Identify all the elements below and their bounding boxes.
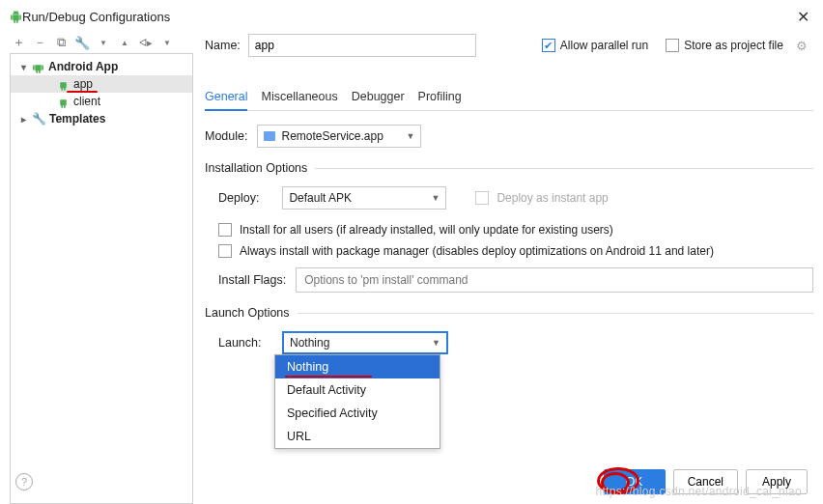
android-icon (57, 78, 70, 91)
module-folder-icon (264, 131, 275, 141)
chevron-down-icon: ▼ (407, 131, 415, 141)
tree-root-label: Android App (48, 60, 118, 73)
tab-misc[interactable]: Miscellaneous (261, 86, 337, 110)
store-project-label: Store as project file (684, 39, 783, 52)
checkbox-empty-icon (218, 223, 232, 237)
pkg-mgr-checkbox[interactable]: Always install with package manager (dis… (218, 244, 813, 258)
install-flags-label: Install Flags: (218, 273, 286, 287)
checkbox-empty-icon (666, 39, 679, 52)
check-icon: ✔ (542, 39, 555, 52)
window-title: Run/Debug Configurations (22, 10, 797, 24)
android-icon (10, 11, 22, 23)
android-icon (32, 61, 44, 73)
tree-root-android-app[interactable]: ▾ Android App (11, 58, 192, 75)
tab-profiling[interactable]: Profiling (418, 86, 462, 110)
launch-option-specified[interactable]: Specified Activity (275, 402, 440, 425)
deploy-value: Default APK (289, 191, 352, 205)
launch-dropdown-list: Nothing Default Activity Specified Activ… (274, 354, 440, 449)
expand-icon[interactable]: ▼ (160, 36, 174, 49)
gear-icon[interactable]: ⚙ (796, 39, 808, 53)
deploy-row: Deploy: Default APK ▼ Deploy as instant … (218, 186, 813, 210)
launch-label: Launch: (218, 336, 265, 350)
tree-item-label: app (73, 77, 93, 91)
module-row: Module: RemoteService.app ▼ (205, 125, 813, 148)
pkg-mgr-label: Always install with package manager (dis… (240, 244, 714, 258)
ok-button[interactable]: OK (604, 469, 666, 494)
config-tree: ▾ Android App app client ▸ 🔧 Templates (10, 53, 193, 504)
help-icon[interactable]: ? (15, 473, 33, 490)
install-flags-input[interactable] (296, 267, 813, 293)
tree-item-app[interactable]: app (11, 75, 192, 93)
launch-section-header: Launch Options (205, 306, 813, 320)
module-value: RemoteService.app (281, 129, 383, 143)
sort-icon[interactable]: ᐊ▸ (139, 36, 153, 49)
store-project-checkbox[interactable]: Store as project file (666, 39, 783, 52)
install-all-users-checkbox[interactable]: Install for all users (if already instal… (218, 223, 813, 237)
tree-item-label: client (73, 95, 100, 108)
name-label: Name: (205, 39, 241, 52)
wrench-icon[interactable]: 🔧 (75, 36, 89, 49)
launch-row: Launch: Nothing ▼ Nothing Default Activi… (218, 331, 813, 354)
launch-option-url[interactable]: URL (275, 425, 440, 448)
remove-icon[interactable]: － (33, 36, 46, 49)
chevron-down-icon: ▼ (432, 338, 440, 348)
close-icon[interactable]: ✕ (797, 8, 809, 26)
chevron-right-icon: ▸ (18, 114, 28, 125)
deploy-dropdown[interactable]: Default APK ▼ (282, 186, 446, 210)
config-toolbar: ＋ － ⧉ 🔧 ▼ ▲ ᐊ▸ ▼ (10, 32, 193, 53)
annotation-underline (285, 376, 372, 378)
launch-option-default[interactable]: Default Activity (275, 378, 440, 402)
chevron-down-icon: ▾ (18, 62, 28, 72)
instant-app-checkbox: Deploy as instant app (475, 191, 608, 205)
checkbox-empty-icon (475, 191, 489, 205)
name-row: Name: ✔ Allow parallel run Store as proj… (205, 34, 813, 57)
launch-value: Nothing (290, 336, 329, 350)
allow-parallel-label: Allow parallel run (560, 39, 648, 52)
launch-option-nothing[interactable]: Nothing (275, 355, 440, 378)
add-icon[interactable]: ＋ (12, 36, 25, 49)
name-input[interactable] (248, 34, 476, 57)
tree-templates-label: Templates (49, 112, 105, 126)
titlebar: Run/Debug Configurations ✕ (0, 0, 823, 32)
install-flags-row: Install Flags: (218, 267, 813, 293)
tree-item-client[interactable]: client (11, 93, 192, 110)
tab-bar: General Miscellaneous Debugger Profiling (205, 86, 813, 111)
allow-parallel-checkbox[interactable]: ✔ Allow parallel run (542, 39, 648, 52)
divider (315, 168, 813, 169)
install-section-header: Installation Options (205, 161, 813, 175)
module-dropdown[interactable]: RemoteService.app ▼ (257, 125, 421, 148)
chevron-down-icon[interactable]: ▼ (97, 36, 110, 49)
divider (298, 313, 813, 314)
install-all-users-label: Install for all users (if already instal… (240, 223, 613, 237)
chevron-down-icon: ▼ (431, 193, 440, 203)
chevron-up-icon[interactable]: ▲ (118, 36, 131, 49)
checkbox-empty-icon (218, 244, 232, 258)
tab-debugger[interactable]: Debugger (352, 86, 405, 110)
module-label: Module: (205, 129, 247, 143)
deploy-label: Deploy: (218, 191, 259, 205)
launch-dropdown[interactable]: Nothing ▼ (282, 331, 448, 354)
settings-icon: 🔧 (32, 112, 45, 126)
instant-app-label: Deploy as instant app (497, 191, 608, 205)
tab-general[interactable]: General (205, 86, 247, 111)
apply-button[interactable]: Apply (746, 469, 808, 494)
cancel-button[interactable]: Cancel (673, 469, 738, 494)
android-icon (57, 96, 70, 108)
copy-icon[interactable]: ⧉ (54, 36, 68, 49)
tree-templates[interactable]: ▸ 🔧 Templates (11, 110, 192, 127)
